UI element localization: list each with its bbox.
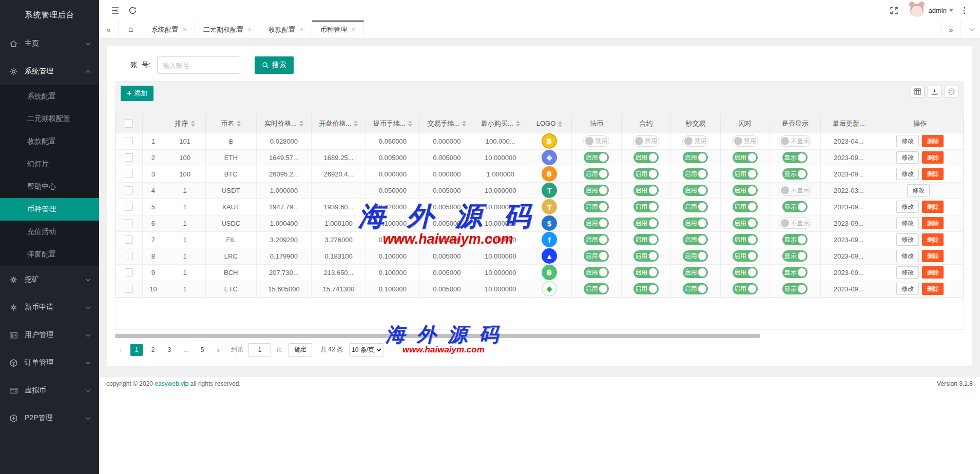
prev-page-button[interactable]: ‹ <box>115 344 126 356</box>
visible-toggle[interactable]: 显示 <box>782 283 808 294</box>
sidebar-subitem[interactable]: 系统配置 <box>0 85 99 108</box>
delete-button[interactable]: 删除 <box>922 135 944 147</box>
contract-toggle[interactable]: 启用 <box>633 234 659 245</box>
edit-button[interactable]: 修改 <box>896 217 919 229</box>
second-trade-toggle[interactable]: 启用 <box>683 267 708 278</box>
next-page-button[interactable]: › <box>213 344 224 356</box>
close-icon[interactable]: × <box>352 26 355 33</box>
tabs-menu-button[interactable] <box>960 21 980 38</box>
sidebar-item-8[interactable]: P2P管理 <box>0 404 99 432</box>
page-button-3[interactable]: 3 <box>163 344 176 356</box>
delete-button[interactable]: 删除 <box>922 217 944 229</box>
row-checkbox[interactable] <box>125 235 133 244</box>
second-trade-toggle[interactable]: 启用 <box>683 234 708 245</box>
row-checkbox[interactable] <box>125 252 133 260</box>
fiat-toggle[interactable]: 启用 <box>584 250 609 262</box>
visible-toggle[interactable]: 不显示 <box>779 218 811 229</box>
sort-icon[interactable] <box>299 121 303 127</box>
add-button[interactable]: + 添加 <box>121 86 153 101</box>
close-icon[interactable]: × <box>183 26 186 33</box>
avatar[interactable] <box>910 4 924 17</box>
export-button[interactable] <box>928 86 941 97</box>
sort-icon[interactable] <box>191 121 195 127</box>
tab-系统配置[interactable]: 系统配置× <box>143 21 195 38</box>
sidebar-subitem[interactable]: 二元期权配置 <box>0 108 99 130</box>
close-icon[interactable]: × <box>300 26 303 33</box>
contract-toggle[interactable]: 启用 <box>633 168 659 180</box>
fiat-toggle[interactable]: 启用 <box>584 234 609 245</box>
contract-toggle[interactable]: 启用 <box>633 250 659 262</box>
delete-button[interactable]: 删除 <box>922 151 944 164</box>
page-button-5[interactable]: 5 <box>196 344 208 356</box>
second-trade-toggle[interactable]: 启用 <box>683 152 708 163</box>
sidebar-item-6[interactable]: 订单管理 <box>0 349 99 377</box>
contract-toggle[interactable]: 启用 <box>633 201 659 212</box>
tab-二元期权配置[interactable]: 二元期权配置× <box>195 21 260 38</box>
tab-收款配置[interactable]: 收款配置× <box>260 21 312 38</box>
fiat-toggle[interactable]: 启用 <box>584 267 609 278</box>
flash-swap-toggle[interactable]: 启用 <box>733 168 758 180</box>
refresh-icon[interactable] <box>124 0 141 21</box>
delete-button[interactable]: 删除 <box>922 233 944 246</box>
row-checkbox[interactable] <box>125 170 133 178</box>
sidebar-item-7[interactable]: 虚拟币 <box>0 377 99 404</box>
visible-toggle[interactable]: 不显示 <box>779 185 811 196</box>
visible-toggle[interactable]: 不显示 <box>779 135 811 147</box>
page-button-2[interactable]: 2 <box>147 344 159 356</box>
close-icon[interactable]: × <box>248 26 252 33</box>
contract-toggle[interactable]: 启用 <box>633 152 659 163</box>
contract-toggle[interactable]: 启用 <box>633 267 659 278</box>
row-checkbox[interactable] <box>125 285 133 293</box>
contract-toggle[interactable]: 启用 <box>633 218 659 229</box>
sort-icon[interactable] <box>462 121 466 127</box>
select-all-checkbox[interactable] <box>125 120 133 128</box>
tabs-scroll-left-button[interactable]: « <box>99 21 119 38</box>
scrollbar-thumb[interactable] <box>115 334 760 338</box>
horizontal-scrollbar[interactable] <box>115 334 964 338</box>
flash-swap-toggle[interactable]: 禁用 <box>732 135 758 147</box>
page-size-select[interactable]: 10 条/页 <box>349 343 383 357</box>
edit-button[interactable]: 修改 <box>896 283 919 295</box>
row-checkbox[interactable] <box>125 268 133 276</box>
tabs-scroll-right-button[interactable]: » <box>941 21 960 38</box>
flash-swap-toggle[interactable]: 启用 <box>733 250 758 262</box>
second-trade-toggle[interactable]: 启用 <box>683 168 708 180</box>
fiat-toggle[interactable]: 启用 <box>584 185 609 196</box>
visible-toggle[interactable]: 显示 <box>782 250 808 262</box>
flash-swap-toggle[interactable]: 启用 <box>733 234 758 245</box>
page-button-1[interactable]: 1 <box>130 344 143 356</box>
flash-swap-toggle[interactable]: 启用 <box>733 185 758 196</box>
flash-swap-toggle[interactable]: 启用 <box>733 267 758 278</box>
contract-toggle[interactable]: 禁用 <box>633 135 659 147</box>
sidebar-item-2[interactable]: 系统管理 <box>0 57 99 85</box>
sidebar-subitem[interactable]: 收款配置 <box>0 130 99 153</box>
edit-button[interactable]: 修改 <box>896 201 919 213</box>
account-input[interactable] <box>157 56 239 74</box>
search-button[interactable]: 搜索 <box>255 56 294 74</box>
jump-page-input[interactable] <box>248 343 271 357</box>
delete-button[interactable]: 删除 <box>922 168 944 180</box>
easyweb-link[interactable]: easyweb.vip <box>155 380 188 387</box>
visible-toggle[interactable]: 显示 <box>782 201 808 212</box>
edit-button[interactable]: 修改 <box>896 151 919 164</box>
second-trade-toggle[interactable]: 禁用 <box>682 135 708 147</box>
visible-toggle[interactable]: 显示 <box>782 168 808 180</box>
sort-icon[interactable] <box>558 121 562 127</box>
visible-toggle[interactable]: 显示 <box>782 267 808 278</box>
fullscreen-icon[interactable] <box>886 0 903 21</box>
collapse-sidebar-icon[interactable] <box>106 0 124 21</box>
row-checkbox[interactable] <box>125 153 133 162</box>
tab-home[interactable]: ⌂ <box>119 21 143 38</box>
second-trade-toggle[interactable]: 启用 <box>683 250 708 262</box>
sort-icon[interactable] <box>408 121 412 127</box>
row-checkbox[interactable] <box>125 186 133 194</box>
sidebar-item-4[interactable]: 新币申请 <box>0 293 99 321</box>
contract-toggle[interactable]: 启用 <box>633 185 659 196</box>
sidebar-item-5[interactable]: 用户管理 <box>0 321 99 349</box>
sidebar-item-3[interactable]: 挖矿 <box>0 266 99 293</box>
sidebar-subitem[interactable]: 币种管理 <box>0 198 99 221</box>
sort-icon[interactable] <box>237 121 241 127</box>
print-button[interactable] <box>945 86 958 97</box>
sidebar-item-1[interactable]: 主页 <box>0 30 99 57</box>
row-checkbox[interactable] <box>125 137 133 145</box>
